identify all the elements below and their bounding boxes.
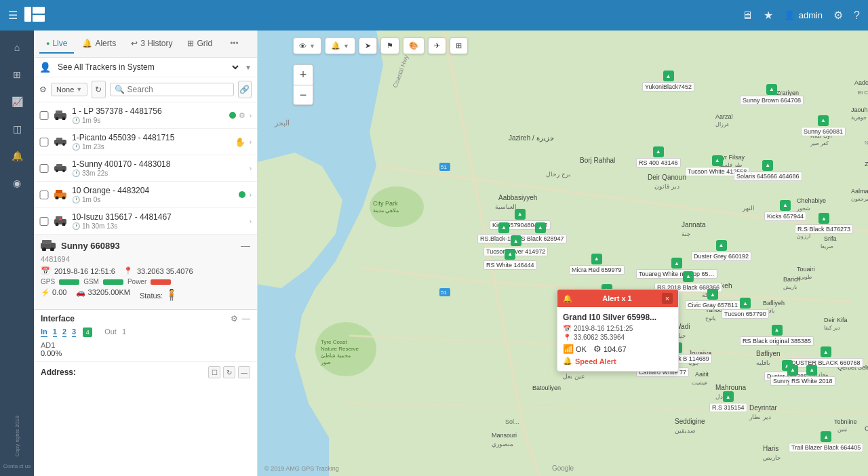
svg-text:عرزال: عرزال <box>715 121 730 127</box>
expand-arrow-icon[interactable]: › <box>250 191 252 199</box>
filter-button[interactable]: None ▼ <box>51 83 87 96</box>
tracker-vehicle-icon <box>53 214 68 229</box>
tracker-time: 🕐 1m 0s <box>72 196 235 203</box>
layers-control[interactable]: ⊞ <box>450 37 468 54</box>
speed-gauge-icon: ⚙ <box>593 344 601 354</box>
help-icon[interactable]: ? <box>854 9 860 22</box>
tracker-time: 🕐 1h 30m 13s <box>72 222 241 230</box>
expand-arrow-icon[interactable]: › <box>250 112 252 119</box>
palette-icon: 🎨 <box>409 41 418 50</box>
monitor-icon[interactable]: 🖥 <box>742 9 753 22</box>
tab-live[interactable]: ● Live <box>39 35 74 54</box>
alerts-icon: 🔔 <box>82 39 92 48</box>
time-value: 1h 30m 13s <box>82 222 117 230</box>
icon-bar-layers[interactable]: ◫ <box>5 117 29 140</box>
io-2[interactable]: 2 <box>62 328 66 337</box>
target-control[interactable]: ✈ <box>428 37 446 54</box>
tracker-checkbox[interactable] <box>39 164 49 173</box>
time-value: 33m 22s <box>82 170 108 177</box>
map-background: البحر City Park ملاهي مدينة Tyre Coast N… <box>258 31 868 476</box>
svg-text:Seddigine: Seddigine <box>675 418 705 425</box>
address-buttons: ☐ ↻ — <box>208 366 250 378</box>
tracker-checkbox[interactable] <box>39 217 49 226</box>
tracker-item[interactable]: 1-Sunny 400170 - 4483018 🕐 33m 22s › <box>34 155 257 182</box>
panel-settings-btn[interactable]: ⚙ <box>231 314 238 323</box>
svg-text:زراريه: زراريه <box>776 98 790 104</box>
tracker-item[interactable]: 10 Orange - 4483204 🕐 1m 0s › <box>34 182 257 208</box>
io-3[interactable]: 3 <box>72 328 76 337</box>
icon-bar-chart[interactable]: 📈 <box>5 90 29 113</box>
svg-text:محمية شاطئ: محمية شاطئ <box>321 353 351 359</box>
filter-arrow-icon: ▼ <box>76 86 82 93</box>
tab-history[interactable]: ↩ 3 History <box>124 35 179 54</box>
tracker-info: 1-Sunny 400170 - 4483018 🕐 33m 22s <box>72 159 241 177</box>
tracker-name: 10-Isuzu 315617 - 4481467 <box>72 212 241 222</box>
svg-text:Deir Kifa: Deir Kifa <box>824 317 848 323</box>
tracker-checkbox[interactable] <box>39 191 49 199</box>
address-minus-btn[interactable]: — <box>238 366 250 378</box>
refresh-button[interactable]: ↻ <box>92 81 105 98</box>
svg-point-13 <box>56 170 58 172</box>
alert-speed: 📶 OK ⚙ 104.67 <box>563 344 673 354</box>
svg-text:شحور: شحور <box>796 205 810 212</box>
svg-rect-8 <box>56 138 62 140</box>
refresh-icon: ↻ <box>95 85 102 94</box>
alert-bell-small-icon: 🔔 <box>563 357 572 365</box>
speed-icon: ⚡ <box>41 288 50 296</box>
tab-grid[interactable]: ⊞ Grid <box>180 35 219 54</box>
history-icon: ↩ <box>131 39 138 48</box>
palette-control[interactable]: 🎨 <box>403 37 425 54</box>
tracker-select[interactable]: See All Trackers in System <box>55 62 241 73</box>
address-copy-btn[interactable]: ☐ <box>208 366 220 378</box>
tracker-item[interactable]: 1-Picanto 455039 - 4481715 🕐 1m 23s ✋ › <box>34 129 257 155</box>
map-area[interactable]: البحر City Park ملاهي مدينة Tyre Coast N… <box>258 31 868 476</box>
zoom-out-button[interactable]: − <box>293 85 313 105</box>
tab-alerts[interactable]: 🔔 Alerts <box>75 35 123 54</box>
io-4-active[interactable]: 4 <box>83 328 92 337</box>
search-input[interactable] <box>127 85 229 94</box>
eye-control[interactable]: 👁 ▼ <box>293 37 321 54</box>
svg-text:صريفا: صريفا <box>821 243 833 250</box>
svg-text:Tayr Filsay: Tayr Filsay <box>715 154 745 161</box>
expand-arrow-icon[interactable]: › <box>250 138 252 146</box>
tracker-item[interactable]: 1 - LP 357378 - 4481756 🕐 1m 9s ⚙ › <box>34 102 257 129</box>
icon-bar-alert[interactable]: 🔔 <box>5 144 29 167</box>
panel-actions: ⚙ — <box>231 314 250 323</box>
alert-close-button[interactable]: × <box>662 293 673 304</box>
bell-control[interactable]: 🔔 ▼ <box>325 37 355 54</box>
icon-bar-grid[interactable]: ⊞ <box>5 63 29 86</box>
navbar: ☰ 🖥 ★ 👤 admin ⚙ ? <box>0 0 868 31</box>
zoom-in-button[interactable]: + <box>293 64 313 85</box>
tab-more[interactable]: ••• <box>223 35 245 54</box>
expand-arrow-icon[interactable]: › <box>250 165 252 172</box>
svg-text:Tyre Coast: Tyre Coast <box>321 339 347 345</box>
tracker-selector[interactable]: 👤 See All Trackers in System ▼ <box>34 58 257 77</box>
icon-bar-home[interactable]: ⌂ <box>5 36 29 59</box>
svg-text:حاريص: حاريص <box>763 454 781 462</box>
menu-icon[interactable]: ☰ <box>8 9 18 22</box>
status-indicator <box>229 112 236 119</box>
tracker-vehicle-icon <box>53 134 68 149</box>
detail-minus-btn[interactable]: — <box>241 241 250 250</box>
signal-bar: GPS GSM Power <box>41 278 250 285</box>
svg-rect-25 <box>42 240 52 244</box>
tracker-item[interactable]: 10-Isuzu 315617 - 4481467 🕐 1h 30m 13s › <box>34 208 257 235</box>
tracker-info: 10-Isuzu 315617 - 4481467 🕐 1h 30m 13s <box>72 212 241 230</box>
io-1[interactable]: 1 <box>53 328 57 337</box>
expanded-tracker-name: Sunny 660893 <box>61 241 120 251</box>
settings-icon[interactable]: ⚙ <box>833 9 843 22</box>
tracker-checkbox[interactable] <box>39 111 49 120</box>
address-label: Address: <box>41 368 76 377</box>
admin-menu[interactable]: 👤 admin <box>784 10 823 20</box>
star-icon[interactable]: ★ <box>764 9 773 22</box>
panel-collapse-btn[interactable]: — <box>242 314 250 323</box>
address-refresh-btn[interactable]: ↻ <box>223 366 235 378</box>
arrow-control[interactable]: ➤ <box>359 37 377 54</box>
tracker-checkbox[interactable] <box>39 138 49 146</box>
flag-control[interactable]: ⚑ <box>380 37 399 54</box>
expand-arrow-icon[interactable]: › <box>250 218 252 225</box>
tracker-detail: Sunny 660893 — 4481694 📅 2019-8-16 12:51… <box>34 235 257 310</box>
svg-text:جنة: جنة <box>682 231 691 237</box>
link-button[interactable]: 🔗 <box>238 81 252 98</box>
icon-bar-location[interactable]: ◉ <box>5 172 29 195</box>
